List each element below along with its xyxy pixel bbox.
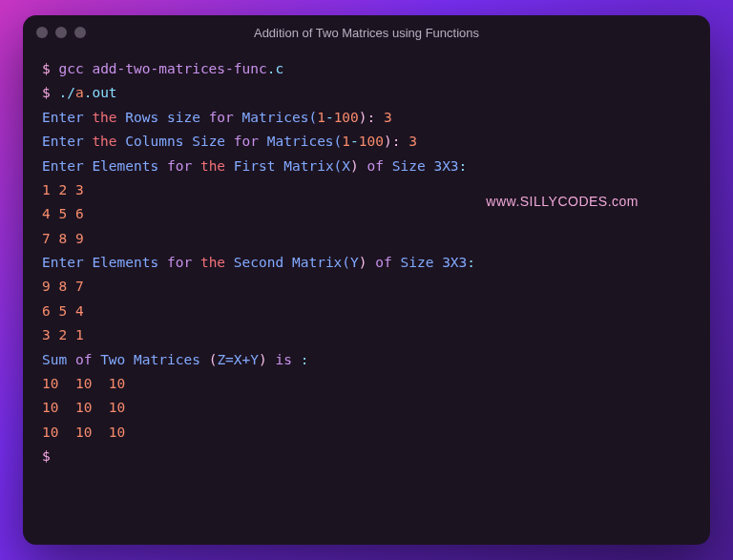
- prompt-rows: Enter the Rows size for Matrices(1-100):…: [42, 106, 691, 130]
- cmd-line-run: $ ./a.out: [42, 81, 691, 105]
- final-prompt: $: [42, 445, 691, 468]
- window-title: Addition of Two Matrices using Functions: [23, 26, 710, 40]
- prompt-cols: Enter the Columns Size for Matrices(1-10…: [42, 130, 691, 154]
- matrix2-row2: 6 5 4: [42, 300, 691, 323]
- matrix1-row3: 7 8 9: [42, 227, 691, 251]
- cmd-line-compile: $ gcc add-two-matrices-func.c: [42, 57, 691, 81]
- prompt-second-matrix: Enter Elements for the Second Matrix(Y) …: [42, 251, 691, 275]
- terminal-window: Addition of Two Matrices using Functions…: [23, 15, 710, 545]
- matrix2-row1: 9 8 7: [42, 275, 691, 299]
- traffic-lights: [36, 27, 86, 38]
- matrix1-row2: 4 5 6: [42, 202, 691, 226]
- result-row2: 10 10 10: [42, 396, 691, 420]
- terminal-content[interactable]: www.SILLYCODES.com $ gcc add-two-matrice…: [23, 50, 710, 545]
- sum-header: Sum of Two Matrices (Z=X+Y) is :: [42, 348, 691, 372]
- titlebar: Addition of Two Matrices using Functions: [23, 15, 710, 50]
- maximize-icon[interactable]: [74, 27, 86, 38]
- minimize-icon[interactable]: [55, 27, 67, 38]
- close-icon[interactable]: [36, 27, 48, 38]
- matrix2-row3: 3 2 1: [42, 323, 691, 347]
- result-row3: 10 10 10: [42, 421, 691, 445]
- prompt-first-matrix: Enter Elements for the First Matrix(X) o…: [42, 155, 691, 178]
- result-row1: 10 10 10: [42, 372, 691, 396]
- matrix1-row1: 1 2 3: [42, 178, 691, 202]
